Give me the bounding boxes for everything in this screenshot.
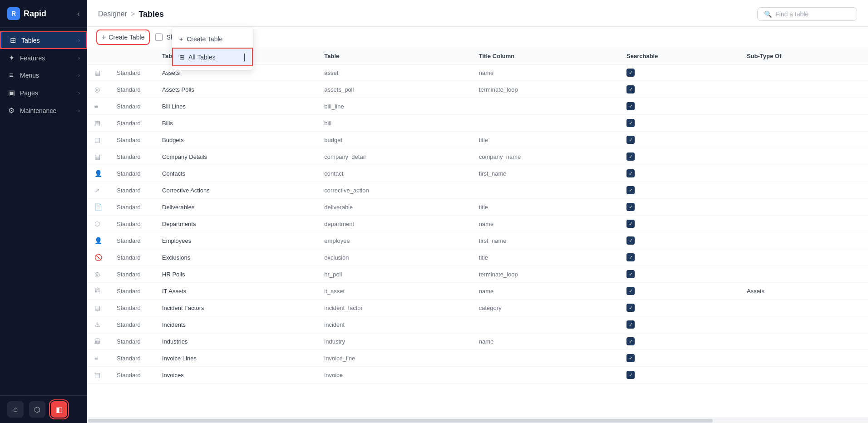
bottom-btn-home[interactable]: ⌂ (7, 401, 24, 418)
breadcrumb-separator: > (131, 10, 135, 18)
find-table-placeholder: Find a table (775, 10, 809, 18)
searchable-checkbox: ✓ (626, 354, 635, 362)
row-name: Company Details (155, 148, 317, 165)
table-row[interactable]: ⚠ Standard Incidents incident ✓ (87, 316, 868, 333)
col-table: Table (317, 48, 471, 64)
searchable-checkbox: ✓ (626, 337, 635, 345)
searchable-checkbox: ✓ (626, 320, 635, 329)
row-title-column: name (472, 333, 619, 350)
row-subtype (740, 266, 868, 283)
row-searchable: ✓ (619, 249, 740, 266)
table-row[interactable]: ≡ Standard Invoice Lines invoice_line ✓ (87, 350, 868, 367)
table-row[interactable]: ▤ Standard Budgets budget title ✓ (87, 132, 868, 148)
row-name: IT Assets (155, 283, 317, 300)
searchable-checkbox: ✓ (626, 136, 635, 144)
row-subtype (740, 98, 868, 115)
row-icon: ≡ (87, 350, 109, 367)
row-table: employee (317, 232, 471, 249)
create-table-button[interactable]: + Create Table (98, 31, 148, 43)
tables-table: Table Name Table Title Column Searchable… (87, 48, 868, 384)
find-table-input[interactable]: 🔍 Find a table (757, 7, 857, 21)
chevron-icon: › (78, 37, 80, 44)
row-standard: Standard (109, 367, 155, 384)
col-subtype-of: Sub-Type Of (740, 48, 868, 64)
sidebar-item-menus[interactable]: ≡ Menus › (0, 67, 87, 84)
table-row[interactable]: 👤 Standard Employees employee first_name… (87, 232, 868, 249)
row-icon: 👤 (87, 165, 109, 182)
row-searchable: ✓ (619, 132, 740, 148)
bottom-btn-designer[interactable]: ◧ (51, 401, 67, 418)
row-table: department (317, 216, 471, 232)
row-name: Corrective Actions (155, 182, 317, 199)
table-row[interactable]: ◎ Standard Assets Polls assets_poll term… (87, 81, 868, 98)
row-name: Incidents (155, 316, 317, 333)
row-table: industry (317, 333, 471, 350)
row-title-column: title (472, 199, 619, 216)
row-subtype (740, 367, 868, 384)
chevron-icon: › (78, 90, 80, 96)
app-name: Rapid (24, 9, 46, 19)
row-name: Incident Factors (155, 300, 317, 316)
table-row[interactable]: ▤ Standard Incident Factors incident_fac… (87, 300, 868, 316)
row-table: deliverable (317, 199, 471, 216)
table-row[interactable]: ▤ Standard Bills bill ✓ (87, 115, 868, 132)
row-subtype (740, 165, 868, 182)
table-row[interactable]: 🚫 Standard Exclusions exclusion title ✓ (87, 249, 868, 266)
sidebar-item-maintenance[interactable]: ⚙ Maintenance › (0, 102, 87, 119)
row-standard: Standard (109, 115, 155, 132)
row-table: company_detail (317, 148, 471, 165)
row-searchable: ✓ (619, 98, 740, 115)
features-icon: ✦ (7, 54, 15, 62)
table-row[interactable]: 📄 Standard Deliverables deliverable titl… (87, 199, 868, 216)
row-standard: Standard (109, 64, 155, 81)
row-name: Invoices (155, 367, 317, 384)
plus-icon: + (102, 33, 106, 41)
row-name: Invoice Lines (155, 350, 317, 367)
searchable-checkbox: ✓ (626, 220, 635, 228)
row-subtype (740, 148, 868, 165)
row-subtype (740, 316, 868, 333)
toolbar: + Create Table Show built-in tables + Cr… (87, 27, 868, 48)
table-row[interactable]: 👤 Standard Contacts contact first_name ✓ (87, 165, 868, 182)
bottom-btn-nodes[interactable]: ⬡ (29, 401, 45, 418)
horizontal-scrollbar[interactable] (87, 418, 868, 423)
row-subtype (740, 199, 868, 216)
row-searchable: ✓ (619, 216, 740, 232)
row-table: hr_poll (317, 266, 471, 283)
table-row[interactable]: ↗ Standard Corrective Actions corrective… (87, 182, 868, 199)
row-name: Employees (155, 232, 317, 249)
row-searchable: ✓ (619, 199, 740, 216)
table-row[interactable]: ▤ Standard Company Details company_detai… (87, 148, 868, 165)
table-row[interactable]: ⬡ Standard Departments department name ✓ (87, 216, 868, 232)
table-row[interactable]: 🏛 Standard IT Assets it_asset name ✓ Ass… (87, 283, 868, 300)
searchable-checkbox: ✓ (626, 119, 635, 127)
tables-icon: ⊞ (9, 36, 17, 44)
row-icon: 📄 (87, 199, 109, 216)
row-searchable: ✓ (619, 165, 740, 182)
table-body: ▤ Standard Assets asset name ✓ ◎ Standar… (87, 64, 868, 384)
row-standard: Standard (109, 81, 155, 98)
sidebar-item-tables[interactable]: ⊞ Tables › (0, 31, 87, 49)
row-table: incident (317, 316, 471, 333)
row-standard: Standard (109, 165, 155, 182)
row-table: invoice_line (317, 350, 471, 367)
all-tables-label: All Tables (188, 54, 216, 61)
all-tables-option[interactable]: ⊞ All Tables | (172, 48, 253, 66)
plus-icon-dropdown: + (179, 35, 183, 43)
scrollbar-thumb[interactable] (88, 419, 713, 423)
cursor-indicator: | (243, 52, 246, 62)
table-row[interactable]: ▤ Standard Invoices invoice ✓ (87, 367, 868, 384)
row-icon: 🏛 (87, 333, 109, 350)
sidebar-item-pages[interactable]: ▣ Pages › (0, 84, 87, 102)
sidebar-item-features[interactable]: ✦ Features › (0, 49, 87, 67)
dropdown-header-label: Create Table (187, 35, 222, 43)
row-icon: ◎ (87, 81, 109, 98)
table-row[interactable]: ◎ Standard HR Polls hr_poll terminate_lo… (87, 266, 868, 283)
sidebar-collapse-button[interactable]: ‹ (77, 9, 80, 19)
sidebar-item-label: Menus (20, 72, 74, 79)
row-title-column: first_name (472, 232, 619, 249)
row-title-column (472, 350, 619, 367)
table-row[interactable]: ≡ Standard Bill Lines bill_line ✓ (87, 98, 868, 115)
show-builtin-checkbox[interactable] (155, 34, 163, 41)
table-row[interactable]: 🏛 Standard Industries industry name ✓ (87, 333, 868, 350)
